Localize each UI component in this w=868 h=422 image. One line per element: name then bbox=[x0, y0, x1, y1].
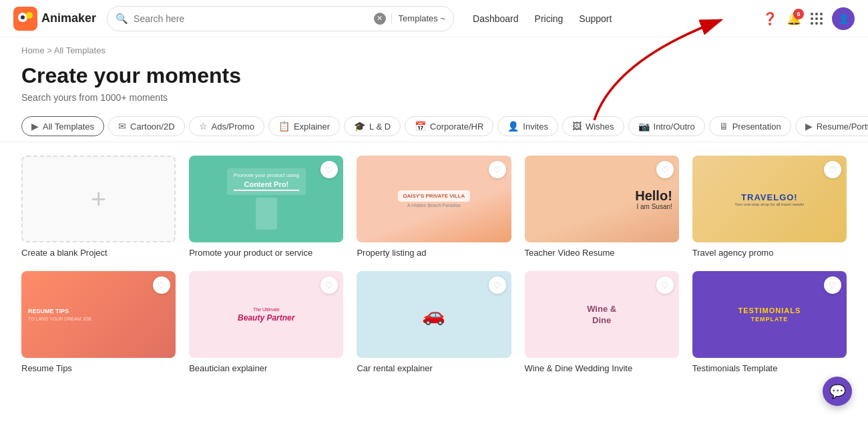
search-icon: 🔍 bbox=[116, 13, 128, 25]
help-icon-button[interactable]: ❓ bbox=[763, 11, 777, 26]
heart-button-teacher[interactable]: ♡ bbox=[656, 161, 674, 178]
cat-tab-resume-label: Resume/Portfolio bbox=[817, 122, 868, 132]
nav-support[interactable]: Support bbox=[579, 13, 612, 24]
template-card-car[interactable]: 🚗 ♡ Car rental explainer bbox=[357, 271, 511, 373]
cat-tab-corporate[interactable]: 📅 Corporate/HR bbox=[405, 116, 493, 136]
apps-grid-button[interactable] bbox=[811, 13, 823, 25]
cat-tab-wishes[interactable]: 🖼 Wishes bbox=[562, 116, 624, 136]
svg-point-2 bbox=[26, 12, 33, 19]
category-tabs: ▶ All Templates ✉ Cartoon/2D ☆ Ads/Promo… bbox=[0, 116, 868, 142]
template-card-teacher[interactable]: Hello! I am Susan! ♡ Teacher Video Resum… bbox=[525, 156, 679, 258]
cat-tab-explainer-label: Explainer bbox=[294, 122, 330, 132]
page-subtitle: Search yours from 1000+ moments bbox=[21, 92, 847, 103]
template-card-beauty[interactable]: The Ultimate Beauty Partner ♡ Beautician… bbox=[189, 271, 343, 373]
resume-tips-card-label: Resume Tips bbox=[21, 363, 176, 373]
nav-dashboard[interactable]: Dashboard bbox=[473, 13, 519, 24]
logo-text: Animaker bbox=[41, 11, 96, 25]
explainer-icon: 📋 bbox=[278, 121, 290, 132]
car-card-thumb: 🚗 ♡ bbox=[357, 271, 511, 358]
header-icons: ❓ 🔔 6 👤 bbox=[763, 7, 855, 30]
cat-tab-all[interactable]: ▶ All Templates bbox=[21, 116, 104, 136]
templates-grid: + Create a blank Project Promote your pr… bbox=[0, 156, 868, 387]
heart-button-travel[interactable]: ♡ bbox=[824, 161, 841, 178]
wishes-icon: 🖼 bbox=[572, 121, 582, 132]
notifications-button[interactable]: 🔔 6 bbox=[787, 11, 801, 26]
search-input[interactable] bbox=[134, 13, 369, 24]
header: Animaker 🔍 ✕ Templates ~ Dashboard Prici… bbox=[0, 0, 868, 37]
car-card-label: Car rental explainer bbox=[357, 363, 511, 373]
templates-dropdown[interactable]: Templates ~ bbox=[391, 13, 445, 23]
cat-tab-intro-label: Intro/Outro bbox=[654, 122, 695, 132]
promote-card-label: Promote your product or service bbox=[189, 248, 343, 258]
cat-tab-cartoon2d-label: Cartoon/2D bbox=[130, 122, 174, 132]
template-card-travel[interactable]: TRAVELGO! Your one-stop shop for all tra… bbox=[692, 156, 847, 258]
template-card-property[interactable]: DAISY'S PRIVATE VILLA A Hidden Beach Par… bbox=[357, 156, 511, 258]
resume-icon: ▶ bbox=[805, 121, 813, 132]
template-card-resume-tips[interactable]: RESUME TIPS TO LAND YOUR DREAM JOB ♡ Res… bbox=[21, 271, 176, 373]
travel-card-label: Travel agency promo bbox=[692, 248, 847, 258]
cat-tab-ads-label: Ads/Promo bbox=[212, 122, 254, 132]
promote-card-thumb: Promote your product using Content Pro! … bbox=[189, 156, 343, 242]
heart-button-wedding[interactable]: ♡ bbox=[656, 276, 674, 294]
cat-tab-invites-label: Invites bbox=[523, 122, 548, 132]
beauty-card-thumb: The Ultimate Beauty Partner ♡ bbox=[189, 271, 343, 358]
hero-section: Create your moments Search yours from 10… bbox=[0, 58, 868, 116]
templates-dropdown-label: Templates ~ bbox=[399, 13, 445, 23]
property-card-label: Property listing ad bbox=[357, 248, 511, 258]
corporate-icon: 📅 bbox=[415, 121, 426, 132]
wedding-card-label: Wine & Dine Wedding Invite bbox=[525, 363, 679, 373]
invites-icon: 👤 bbox=[507, 121, 519, 132]
ld-icon: 🎓 bbox=[354, 121, 365, 132]
template-card-wedding[interactable]: Wine & Dine ♡ Wine & Dine Wedding Invite bbox=[525, 271, 679, 373]
heart-button-property[interactable]: ♡ bbox=[489, 161, 506, 178]
wedding-card-thumb: Wine & Dine ♡ bbox=[525, 271, 679, 358]
breadcrumb-home[interactable]: Home bbox=[21, 45, 45, 55]
nav-pricing[interactable]: Pricing bbox=[535, 13, 564, 24]
search-clear-button[interactable]: ✕ bbox=[374, 13, 386, 25]
cat-tab-ads[interactable]: ☆ Ads/Promo bbox=[189, 116, 264, 136]
blank-card-label: Create a blank Project bbox=[21, 248, 176, 258]
cat-tab-presentation-label: Presentation bbox=[732, 122, 781, 132]
avatar-icon: 👤 bbox=[838, 13, 849, 24]
breadcrumb: Home > All Templates bbox=[0, 37, 868, 58]
template-card-testimonials[interactable]: TESTIMONIALS TEMPLATE ♡ Testimonials Tem… bbox=[692, 271, 847, 373]
heart-button-testimonials[interactable]: ♡ bbox=[824, 276, 841, 294]
cat-tab-ld-label: L & D bbox=[369, 122, 391, 132]
blank-plus: + bbox=[23, 157, 174, 241]
resume-tips-card-thumb: RESUME TIPS TO LAND YOUR DREAM JOB ♡ bbox=[21, 271, 176, 358]
logo[interactable]: Animaker bbox=[13, 7, 96, 31]
cat-tab-presentation[interactable]: 🖥 Presentation bbox=[709, 116, 791, 136]
help-icon: ❓ bbox=[763, 11, 777, 26]
template-card-blank[interactable]: + Create a blank Project bbox=[21, 156, 176, 258]
avatar-button[interactable]: 👤 bbox=[832, 7, 855, 30]
cat-tab-ld[interactable]: 🎓 L & D bbox=[344, 116, 401, 136]
ads-icon: ☆ bbox=[199, 121, 208, 132]
cat-tab-corporate-label: Corporate/HR bbox=[430, 122, 483, 132]
breadcrumb-current: All Templates bbox=[54, 45, 105, 55]
breadcrumb-separator: > bbox=[47, 45, 52, 55]
heart-button-car[interactable]: ♡ bbox=[489, 276, 506, 294]
testimonials-card-label: Testimonials Template bbox=[692, 363, 847, 373]
cat-tab-resume[interactable]: ▶ Resume/Portfolio bbox=[795, 116, 868, 136]
teacher-card-label: Teacher Video Resume bbox=[525, 248, 679, 258]
testimonials-card-thumb: TESTIMONIALS TEMPLATE ♡ bbox=[692, 271, 847, 358]
blank-card-thumb: + bbox=[21, 156, 176, 242]
cat-tab-invites[interactable]: 👤 Invites bbox=[497, 116, 558, 136]
grid-icon bbox=[811, 13, 823, 25]
notification-badge: 6 bbox=[793, 9, 804, 19]
cartoon2d-icon: ✉ bbox=[118, 121, 126, 132]
all-templates-icon: ▶ bbox=[31, 121, 39, 132]
page-title: Create your moments bbox=[21, 63, 847, 88]
presentation-icon: 🖥 bbox=[719, 121, 728, 132]
cat-tab-cartoon2d[interactable]: ✉ Cartoon/2D bbox=[108, 116, 184, 136]
chat-icon: 💬 bbox=[829, 383, 846, 399]
svg-point-3 bbox=[21, 15, 25, 19]
cat-tab-all-label: All Templates bbox=[43, 122, 94, 132]
travel-card-thumb: TRAVELGO! Your one-stop shop for all tra… bbox=[692, 156, 847, 242]
template-card-promote[interactable]: Promote your product using Content Pro! … bbox=[189, 156, 343, 258]
cat-tab-intro[interactable]: 📷 Intro/Outro bbox=[628, 116, 705, 136]
search-bar: 🔍 ✕ Templates ~ bbox=[107, 6, 454, 31]
cat-tab-explainer[interactable]: 📋 Explainer bbox=[268, 116, 340, 136]
cat-tab-wishes-label: Wishes bbox=[586, 122, 614, 132]
chat-fab-button[interactable]: 💬 bbox=[823, 377, 852, 406]
